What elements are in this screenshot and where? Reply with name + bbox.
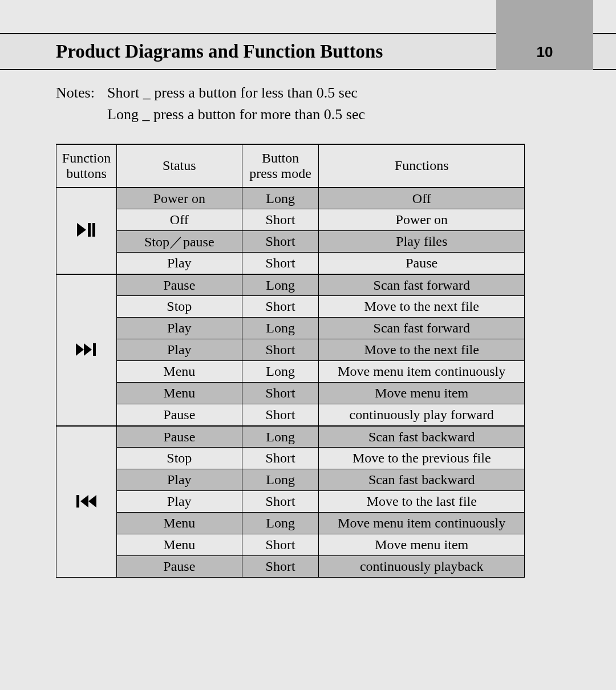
table-row: Pause Short continuously play forward bbox=[56, 404, 525, 426]
cell-mode: Short bbox=[242, 556, 319, 578]
cell-mode: Long bbox=[242, 318, 319, 339]
cell-fn: Move to the previous file bbox=[319, 448, 525, 469]
cell-mode: Long bbox=[242, 513, 319, 534]
th-functions: Functions bbox=[319, 144, 525, 188]
notes-label: Notes: bbox=[56, 83, 107, 127]
cell-status: Off bbox=[116, 209, 242, 231]
svg-rect-1 bbox=[88, 223, 91, 237]
cell-fn: Move to the next file bbox=[319, 296, 525, 318]
notes-line-1: Short _ press a button for less than 0.5… bbox=[107, 83, 365, 103]
cell-fn: Power on bbox=[319, 209, 525, 231]
cell-fn: Move menu item continuously bbox=[319, 361, 525, 383]
cell-fn: Pause bbox=[319, 253, 525, 274]
notes-line-2: Long _ press a button for more than 0.5 … bbox=[107, 104, 365, 125]
next-track-icon bbox=[76, 343, 96, 356]
cell-fn: Scan fast backward bbox=[319, 469, 525, 491]
cell-status: Stop bbox=[116, 448, 242, 469]
svg-rect-2 bbox=[92, 223, 95, 237]
notes-block: Notes: Short _ press a button for less t… bbox=[56, 83, 582, 127]
table-row: Stop Short Move to the next file bbox=[56, 296, 525, 318]
cell-status: Play bbox=[116, 491, 242, 513]
cell-status: Menu bbox=[116, 383, 242, 404]
cell-status: Play bbox=[116, 469, 242, 491]
table-row: Stop Short Move to the previous file bbox=[56, 448, 525, 469]
cell-status: Play bbox=[116, 339, 242, 361]
svg-marker-0 bbox=[77, 223, 86, 237]
function-table-wrap: Function buttons Status Button press mod… bbox=[56, 144, 582, 578]
cell-status: Power on bbox=[116, 188, 242, 209]
cell-mode: Long bbox=[242, 426, 319, 448]
table-row: Stop／pause Short Play files bbox=[56, 231, 525, 253]
content-area: Notes: Short _ press a button for less t… bbox=[56, 83, 582, 578]
cell-fn: Move menu item continuously bbox=[319, 513, 525, 534]
th-status: Status bbox=[116, 144, 242, 188]
cell-mode: Long bbox=[242, 361, 319, 383]
next-button-cell bbox=[56, 274, 117, 426]
svg-rect-6 bbox=[76, 495, 79, 508]
cell-fn: Scan fast forward bbox=[319, 274, 525, 296]
table-row: Play Short Move to the last file bbox=[56, 491, 525, 513]
cell-mode: Short bbox=[242, 339, 319, 361]
notes-lines: Short _ press a button for less than 0.5… bbox=[107, 83, 365, 127]
cell-mode: Short bbox=[242, 491, 319, 513]
cell-mode: Long bbox=[242, 469, 319, 491]
cell-status: Stop／pause bbox=[116, 231, 242, 253]
cell-fn: continuously playback bbox=[319, 556, 525, 578]
table-row: Menu Long Move menu item continuously bbox=[56, 361, 525, 383]
table-row: Pause Long Scan fast backward bbox=[56, 426, 525, 448]
play-pause-button-cell bbox=[56, 188, 117, 274]
cell-mode: Short bbox=[242, 253, 319, 274]
previous-track-icon bbox=[76, 495, 96, 508]
table-row: Menu Short Move menu item bbox=[56, 383, 525, 404]
cell-fn: Scan fast forward bbox=[319, 318, 525, 339]
cell-fn: Off bbox=[319, 188, 525, 209]
cell-status: Play bbox=[116, 253, 242, 274]
prev-button-cell bbox=[56, 426, 117, 578]
svg-marker-8 bbox=[88, 495, 96, 508]
cell-fn: Move menu item bbox=[319, 534, 525, 556]
cell-status: Menu bbox=[116, 361, 242, 383]
svg-rect-5 bbox=[93, 343, 96, 356]
cell-status: Pause bbox=[116, 556, 242, 578]
cell-status: Play bbox=[116, 318, 242, 339]
cell-mode: Short bbox=[242, 209, 319, 231]
page-number: 10 bbox=[537, 43, 553, 61]
svg-marker-4 bbox=[84, 343, 92, 356]
cell-fn: Move menu item bbox=[319, 383, 525, 404]
play-pause-icon bbox=[77, 223, 95, 237]
cell-fn: Play files bbox=[319, 231, 525, 253]
svg-marker-7 bbox=[80, 495, 88, 508]
table-row: Pause Short continuously playback bbox=[56, 556, 525, 578]
table-header-row: Function buttons Status Button press mod… bbox=[56, 144, 525, 188]
cell-status: Pause bbox=[116, 404, 242, 426]
cell-status: Menu bbox=[116, 534, 242, 556]
cell-mode: Short bbox=[242, 404, 319, 426]
cell-status: Pause bbox=[116, 274, 242, 296]
svg-marker-3 bbox=[76, 343, 84, 356]
cell-mode: Short bbox=[242, 448, 319, 469]
cell-status: Stop bbox=[116, 296, 242, 318]
table-row: Menu Long Move menu item continuously bbox=[56, 513, 525, 534]
cell-fn: Move to the last file bbox=[319, 491, 525, 513]
cell-fn: Move to the next file bbox=[319, 339, 525, 361]
table-row: Play Long Scan fast backward bbox=[56, 469, 525, 491]
table-row: Pause Long Scan fast forward bbox=[56, 274, 525, 296]
table-row: Menu Short Move menu item bbox=[56, 534, 525, 556]
cell-mode: Long bbox=[242, 188, 319, 209]
cell-mode: Short bbox=[242, 296, 319, 318]
page-number-tab: 10 bbox=[496, 0, 593, 70]
th-press-mode: Button press mode bbox=[242, 144, 319, 188]
table-row: Play Long Scan fast forward bbox=[56, 318, 525, 339]
cell-fn: Scan fast backward bbox=[319, 426, 525, 448]
th-function-buttons: Function buttons bbox=[56, 144, 117, 188]
cell-mode: Short bbox=[242, 383, 319, 404]
cell-mode: Short bbox=[242, 231, 319, 253]
cell-mode: Long bbox=[242, 274, 319, 296]
cell-status: Pause bbox=[116, 426, 242, 448]
table-row: Play Short Move to the next file bbox=[56, 339, 525, 361]
cell-mode: Short bbox=[242, 534, 319, 556]
cell-status: Menu bbox=[116, 513, 242, 534]
table-row: Power on Long Off bbox=[56, 188, 525, 209]
cell-fn: continuously play forward bbox=[319, 404, 525, 426]
table-row: Play Short Pause bbox=[56, 253, 525, 274]
